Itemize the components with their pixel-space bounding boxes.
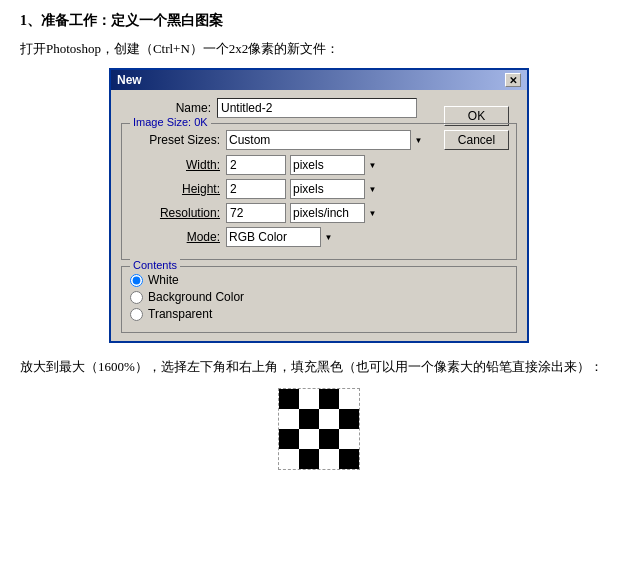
checkerboard-cell: [299, 389, 319, 409]
checkerboard-cell: [279, 389, 299, 409]
image-size-group-label: Image Size: 0K: [130, 116, 211, 128]
checkerboard-cell: [339, 389, 359, 409]
resolution-unit-select[interactable]: pixels/inch: [290, 203, 380, 223]
checkerboard-cell: [319, 429, 339, 449]
radio-transparent-row: Transparent: [130, 307, 508, 321]
mode-row: Mode: RGB Color ▼: [130, 227, 508, 247]
width-input[interactable]: [226, 155, 286, 175]
height-unit: pixels ▼: [290, 179, 380, 199]
checkerboard-cell: [299, 409, 319, 429]
radio-bg-label: Background Color: [148, 290, 244, 304]
checkerboard-cell: [299, 429, 319, 449]
width-row: Width: pixels ▼: [130, 155, 508, 175]
dialog-titlebar[interactable]: New ✕: [111, 70, 527, 90]
preset-row: Preset Sizes: Custom ▼: [130, 130, 508, 150]
preset-select-wrapper: Custom ▼: [226, 130, 426, 150]
bottom-text: 放大到最大（1600%），选择左下角和右上角，填充黑色（也可以用一个像素大的铅笔…: [20, 357, 618, 378]
contents-group: Contents White Background Color Transpar…: [121, 266, 517, 333]
mode-select[interactable]: RGB Color: [226, 227, 336, 247]
dialog-wrapper: New ✕ OK Cancel Name: Image Size: 0K: [20, 68, 618, 343]
checkerboard-cell: [279, 429, 299, 449]
checkerboard-cell: [319, 449, 339, 469]
height-unit-wrapper: pixels ▼: [290, 179, 380, 199]
resolution-row: Resolution: pixels/inch ▼: [130, 203, 508, 223]
resolution-input[interactable]: [226, 203, 286, 223]
width-unit-select[interactable]: pixels: [290, 155, 380, 175]
name-input[interactable]: [217, 98, 417, 118]
checkerboard: [278, 388, 360, 470]
resolution-unit-wrapper: pixels/inch ▼: [290, 203, 380, 223]
height-label: Height:: [130, 182, 220, 196]
name-label: Name:: [121, 101, 211, 115]
checkerboard-cell: [299, 449, 319, 469]
width-label: Width:: [130, 158, 220, 172]
checkerboard-cell: [339, 429, 359, 449]
radio-background[interactable]: [130, 291, 143, 304]
radio-bg-row: Background Color: [130, 290, 508, 304]
checkerboard-wrapper: [20, 388, 618, 470]
height-row: Height: pixels ▼: [130, 179, 508, 199]
width-unit: pixels ▼: [290, 155, 380, 175]
resolution-unit: pixels/inch ▼: [290, 203, 380, 223]
radio-white-label: White: [148, 273, 179, 287]
intro-text: 打开Photoshop，创建（Ctrl+N）一个2x2像素的新文件：: [20, 40, 618, 58]
checkerboard-cell: [319, 389, 339, 409]
resolution-label: Resolution:: [130, 206, 220, 220]
width-unit-wrapper: pixels ▼: [290, 155, 380, 175]
checkerboard-cell: [339, 449, 359, 469]
dialog-body: OK Cancel Name: Image Size: 0K Preset Si…: [111, 90, 527, 341]
photoshop-new-dialog: New ✕ OK Cancel Name: Image Size: 0K: [109, 68, 529, 343]
mode-label: Mode:: [130, 230, 220, 244]
checkerboard-cell: [319, 409, 339, 429]
radio-white-row: White: [130, 273, 508, 287]
dialog-title: New: [117, 73, 142, 87]
radio-white[interactable]: [130, 274, 143, 287]
preset-select[interactable]: Custom: [226, 130, 426, 150]
radio-transparent[interactable]: [130, 308, 143, 321]
step-title: 1、准备工作：定义一个黑白图案: [20, 12, 618, 30]
radio-transparent-label: Transparent: [148, 307, 212, 321]
dialog-content: OK Cancel Name: Image Size: 0K Preset Si…: [121, 98, 517, 333]
close-button[interactable]: ✕: [505, 73, 521, 87]
height-unit-select[interactable]: pixels: [290, 179, 380, 199]
checkerboard-cell: [339, 409, 359, 429]
checkerboard-cell: [279, 449, 299, 469]
contents-group-label: Contents: [130, 259, 180, 271]
mode-select-wrapper: RGB Color ▼: [226, 227, 336, 247]
preset-label: Preset Sizes:: [130, 133, 220, 147]
height-input[interactable]: [226, 179, 286, 199]
checkerboard-cell: [279, 409, 299, 429]
image-size-group: Image Size: 0K Preset Sizes: Custom ▼: [121, 123, 517, 260]
